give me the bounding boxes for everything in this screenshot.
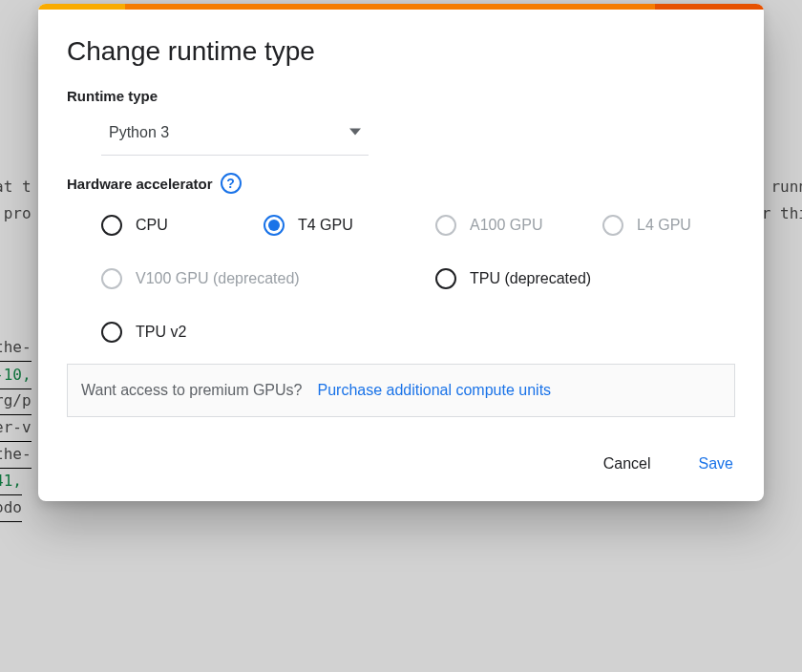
radio-label: V100 GPU (deprecated) (136, 270, 300, 287)
premium-gpu-text: Want access to premium GPUs? (81, 382, 302, 399)
radio-icon (101, 322, 122, 343)
radio-label: TPU v2 (136, 324, 186, 341)
radio-t4-gpu[interactable]: T4 GPU (264, 215, 435, 236)
radio-icon (435, 215, 456, 236)
help-icon[interactable]: ? (221, 173, 242, 194)
runtime-dialog: Change runtime type Runtime type Python … (38, 4, 764, 501)
cancel-button[interactable]: Cancel (600, 450, 655, 478)
radio-label: CPU (136, 217, 168, 234)
dropdown-arrow-icon (349, 124, 361, 141)
runtime-type-value: Python 3 (109, 124, 169, 141)
radio-v100-gpu[interactable]: V100 GPU (deprecated) (101, 268, 435, 289)
radio-label: TPU (deprecated) (470, 270, 591, 287)
radio-icon (264, 215, 285, 236)
runtime-type-label: Runtime type (67, 88, 735, 104)
save-button[interactable]: Save (695, 450, 737, 478)
dialog-title: Change runtime type (67, 36, 735, 67)
radio-label: L4 GPU (637, 217, 691, 234)
radio-icon (602, 215, 623, 236)
dialog-actions: Cancel Save (38, 432, 764, 501)
premium-gpu-banner: Want access to premium GPUs? Purchase ad… (67, 364, 735, 417)
radio-icon (101, 215, 122, 236)
radio-l4-gpu[interactable]: L4 GPU (602, 215, 760, 236)
purchase-units-link[interactable]: Purchase additional compute units (317, 382, 551, 399)
radio-icon (435, 268, 456, 289)
accelerator-label: Hardware accelerator ? (67, 173, 735, 194)
accelerator-label-text: Hardware accelerator (67, 176, 213, 192)
radio-cpu[interactable]: CPU (101, 215, 264, 236)
accelerator-options: CPU T4 GPU A100 GPU L4 GPU V100 GPU (dep… (101, 215, 735, 343)
radio-a100-gpu[interactable]: A100 GPU (435, 215, 602, 236)
runtime-type-label-text: Runtime type (67, 88, 158, 104)
radio-icon (101, 268, 122, 289)
radio-tpu-v2[interactable]: TPU v2 (101, 322, 264, 343)
radio-tpu[interactable]: TPU (deprecated) (435, 268, 760, 289)
runtime-type-select[interactable]: Python 3 (101, 110, 369, 156)
radio-label: A100 GPU (470, 217, 542, 234)
radio-label: T4 GPU (298, 217, 353, 234)
